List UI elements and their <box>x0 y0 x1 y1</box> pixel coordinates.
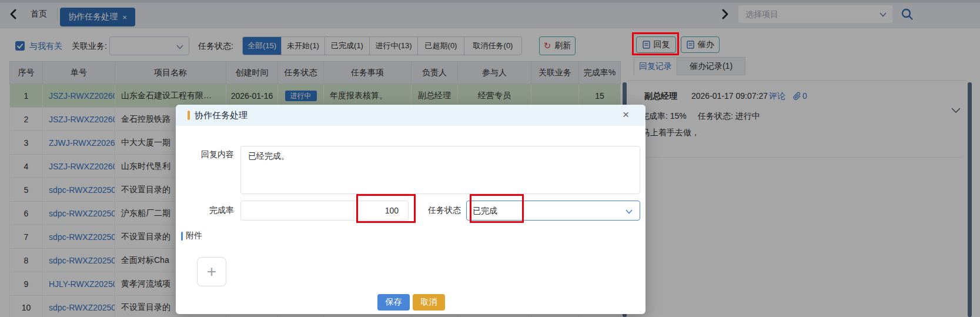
task-status-field-label: 任务状态 <box>428 205 461 216</box>
cancel-button[interactable]: 取消 <box>413 294 445 311</box>
annotation-box-reply-button <box>632 32 679 55</box>
upload-attachment-button[interactable]: + <box>197 257 226 286</box>
reply-content-value: 已经完成。 <box>241 146 640 166</box>
app-root: 首页 协作任务处理 × 选择项目 与我有关 关联业务: 任务状态: 全部(15)… <box>0 0 980 317</box>
chevron-down-icon <box>626 209 633 214</box>
completion-rate-label: 完成率 <box>193 205 234 216</box>
close-icon[interactable]: × <box>623 108 629 121</box>
annotation-box-status-value <box>470 194 524 223</box>
save-button[interactable]: 保存 <box>377 294 410 311</box>
attachment-label: 附件 <box>186 231 202 241</box>
modal-title: 协作任务处理 <box>195 110 247 121</box>
plus-icon: + <box>207 262 216 281</box>
reply-content-textarea[interactable]: 已经完成。 <box>240 146 640 194</box>
reply-content-label: 回复内容 <box>193 149 234 160</box>
title-marker <box>188 111 190 120</box>
attachment-marker <box>181 232 183 241</box>
annotation-box-rate-value <box>356 194 416 223</box>
